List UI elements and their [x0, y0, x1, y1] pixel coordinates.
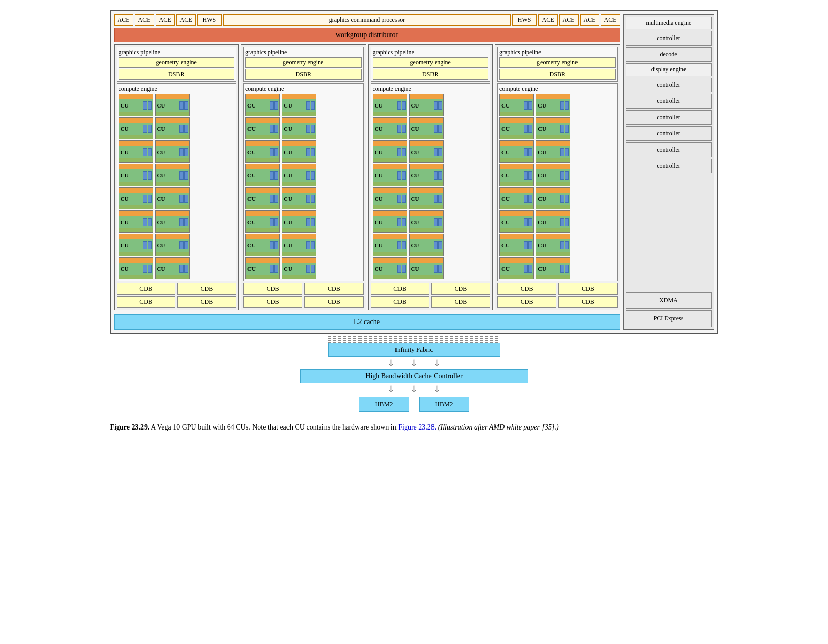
dsbr-3: DSBR: [373, 69, 489, 80]
cu-block: CU: [282, 234, 316, 256]
cu-block: CU: [536, 164, 570, 186]
cu-block: CU: [536, 187, 570, 209]
caption-link: Figure 23.28.: [398, 423, 436, 431]
graphics-pipeline-2: graphics pipeline geometry engine DSBR: [243, 47, 364, 82]
cu-label: CU: [157, 196, 165, 202]
gp-title-3: graphics pipeline: [373, 49, 489, 56]
cu-row: CU CU: [373, 187, 489, 209]
cu-label: CU: [411, 149, 419, 155]
hws-left: HWS: [197, 14, 222, 26]
infinity-fabric-bar: Infinity Fabric: [328, 343, 500, 357]
cu-row: CU CU: [245, 257, 362, 279]
display-engine-title: display engine: [626, 63, 712, 76]
cu-label: CU: [284, 266, 292, 272]
gp-title-4: graphics pipeline: [499, 49, 616, 56]
cu-label: CU: [247, 126, 256, 132]
hws-right: HWS: [512, 14, 537, 26]
cu-label: CU: [538, 102, 546, 109]
cu-label: CU: [121, 126, 129, 132]
cu-block: CU: [499, 140, 534, 163]
l2-cache-bar: L2 cache: [114, 314, 620, 330]
cu-label: CU: [501, 172, 510, 178]
down-arrow-1: ⇩: [387, 359, 395, 368]
cu-block: CU: [155, 117, 190, 139]
cu-row: CU CU: [245, 164, 362, 186]
cu-block: CU: [282, 187, 316, 209]
right-panel: multimedia engine controller decode disp…: [623, 14, 714, 330]
cu-block: CU: [409, 164, 444, 186]
cu-label: CU: [501, 149, 510, 155]
cu-grid-4: CU CU CU CU CU CU: [499, 94, 616, 279]
cdb-box: CDB: [371, 296, 429, 308]
ace-right-1: ACE: [538, 14, 558, 26]
cu-label: CU: [375, 242, 383, 248]
left-side: ACE ACE ACE ACE HWS graphics commmand pr…: [114, 14, 620, 330]
cu-label: CU: [157, 149, 165, 155]
cdb-box: CDB: [117, 296, 175, 308]
cu-row: CU CU: [119, 164, 235, 186]
cu-label: CU: [411, 266, 419, 272]
cu-block: CU: [119, 187, 153, 209]
cu-block: CU: [409, 117, 444, 139]
cu-block: CU: [373, 140, 407, 163]
cu-label: CU: [375, 149, 383, 155]
cu-block: CU: [119, 257, 153, 279]
dsbr-4: DSBR: [499, 69, 616, 80]
cdb-row: CDB CDB: [243, 283, 364, 295]
cu-label: CU: [247, 149, 256, 155]
cu-block: CU: [282, 140, 316, 163]
cu-label: CU: [284, 149, 292, 155]
cu-label: CU: [247, 196, 256, 202]
hbm2-left: HBM2: [359, 397, 409, 412]
cu-label: CU: [284, 126, 292, 132]
cu-label: CU: [538, 196, 546, 202]
cu-block: CU: [409, 234, 444, 256]
cu-block: CU: [245, 164, 280, 186]
compute-engine-4: compute engine CU CU CU CU CU: [497, 83, 618, 281]
cu-block: CU: [536, 257, 570, 279]
cu-label: CU: [157, 266, 165, 272]
multimedia-engine-title: multimedia engine: [626, 17, 712, 29]
cu-block: CU: [282, 117, 316, 139]
cu-grid-1: CU CU CU CU CU CU: [119, 94, 235, 279]
cu-row: CU CU: [373, 234, 489, 256]
down-arrow-3: ⇩: [433, 359, 441, 368]
xdma-box: XDMA: [626, 292, 712, 309]
cu-block: CU: [499, 257, 534, 279]
cu-row: CU CU: [119, 94, 235, 116]
cu-row: CU CU: [245, 140, 362, 163]
cu-label: CU: [538, 266, 546, 272]
geometry-engine-1: geometry engine: [119, 57, 235, 68]
cu-block: CU: [373, 257, 407, 279]
cu-label: CU: [375, 172, 383, 178]
cu-row: CU CU: [373, 94, 489, 116]
cu-row: CU CU: [119, 234, 235, 256]
cu-block: CU: [282, 164, 316, 186]
ace-right-2: ACE: [559, 14, 579, 26]
cu-block: CU: [373, 210, 407, 233]
cu-label: CU: [501, 196, 510, 202]
engine-block-2: graphics pipeline geometry engine DSBR c…: [241, 44, 366, 310]
cu-block: CU: [409, 140, 444, 163]
cu-label: CU: [375, 266, 383, 272]
caption-italic: (Illustration after AMD white paper [35]…: [438, 423, 559, 431]
cu-block: CU: [282, 257, 316, 279]
cu-block: CU: [245, 257, 280, 279]
cu-block: CU: [409, 94, 444, 116]
cu-label: CU: [121, 242, 129, 248]
cu-label: CU: [121, 149, 129, 155]
cu-label: CU: [284, 102, 292, 109]
top-bar: ACE ACE ACE ACE HWS graphics commmand pr…: [114, 14, 620, 26]
cu-block: CU: [282, 94, 316, 116]
cu-block: CU: [119, 94, 153, 116]
cdb-box: CDB: [497, 283, 556, 295]
cdb-box: CDB: [558, 283, 617, 295]
cu-block: CU: [155, 140, 190, 163]
right-decode: decode: [626, 47, 712, 62]
cu-grid-2: CU CU CU CU CU CU: [245, 94, 362, 279]
hbcc-bar: High Bandwidth Cache Controller: [300, 369, 528, 383]
cu-label: CU: [411, 196, 419, 202]
cdb-row: CDB CDB: [371, 283, 491, 295]
caption-bold: Figure 23.29.: [110, 423, 150, 431]
down-arrow-5: ⇩: [410, 385, 418, 394]
